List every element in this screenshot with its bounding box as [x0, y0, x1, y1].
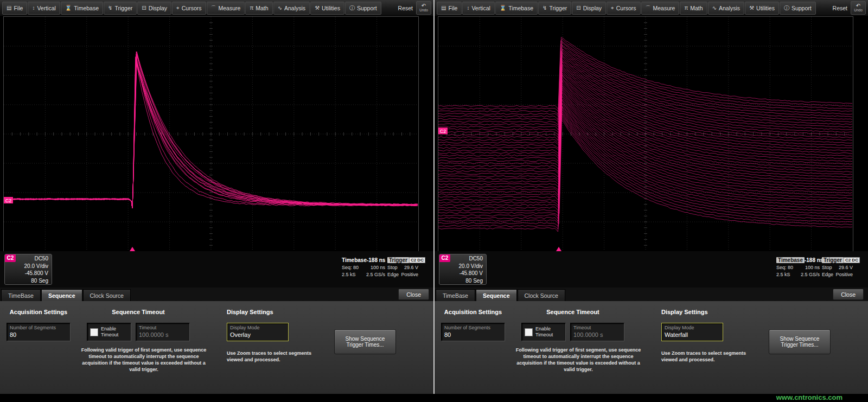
- tab-timebase[interactable]: TimeBase: [436, 289, 475, 301]
- menu-item-cursors[interactable]: ⌖Cursors: [607, 2, 640, 15]
- display-mode-field[interactable]: Display Mode Overlay: [227, 323, 289, 341]
- trigger-position-marker[interactable]: [130, 247, 135, 251]
- display-settings-title: Display Settings: [227, 309, 273, 315]
- enable-timeout-label: Enable Timeout: [101, 326, 128, 338]
- math-icon: π: [250, 5, 253, 11]
- menu-item-label: File: [14, 5, 23, 11]
- menu-item-support[interactable]: ⓘSupport: [345, 2, 381, 15]
- timeout-value: 100.0000 s: [571, 330, 624, 338]
- menu-item-display[interactable]: ⊟Display: [572, 2, 606, 15]
- checkbox-icon[interactable]: [90, 328, 98, 336]
- svg-text:C2: C2: [5, 198, 12, 203]
- menu-item-display[interactable]: ⊟Display: [137, 2, 171, 15]
- display-settings-title: Display Settings: [661, 309, 708, 315]
- menu-item-math[interactable]: πMath: [680, 2, 707, 15]
- cursors-icon: ⌖: [611, 5, 614, 11]
- menu-item-label: Support: [792, 5, 812, 11]
- channel-descriptor-c2[interactable]: C2 DC50 20.0 V/div -45.800 V 80 Seg: [439, 254, 487, 285]
- trigger-descriptor[interactable]: Trigger C2 DC Stop29.6 VEdgePositive: [822, 257, 853, 283]
- menu-item-label: Cursors: [616, 5, 636, 11]
- menu-item-label: Display: [149, 5, 167, 11]
- timeout-field[interactable]: Timeout 100.0000 s: [136, 323, 190, 341]
- close-button[interactable]: Close: [833, 289, 864, 300]
- analysis-icon: ∿: [278, 5, 282, 11]
- close-button[interactable]: Close: [398, 289, 429, 300]
- menu-item-vertical[interactable]: ↕Vertical: [462, 2, 494, 15]
- menu-item-trigger[interactable]: ↯Trigger: [104, 2, 137, 15]
- number-of-segments-field[interactable]: Number of Segments 80: [7, 323, 71, 341]
- waveform-display[interactable]: C2: [438, 16, 853, 252]
- utilities-icon: ⚒: [315, 5, 320, 11]
- tab-sequence[interactable]: Sequence: [476, 289, 517, 301]
- channel-coupling: DC50: [24, 255, 48, 263]
- dialog-tabbar: TimeBase Sequence Clock Source Close: [0, 288, 433, 301]
- menu-item-measure[interactable]: ⌒Measure: [207, 2, 245, 15]
- tab-clock-source[interactable]: Clock Source: [83, 289, 131, 301]
- reset-button[interactable]: Reset: [398, 5, 413, 11]
- timebase-descriptor[interactable]: Timebase -188 ns Seq: 80100 ns2.5 kS2.5 …: [342, 257, 385, 283]
- menu-item-support[interactable]: ⓘSupport: [780, 2, 816, 15]
- channel-descriptor-c2[interactable]: C2 DC50 20.0 V/div -45.800 V 80 Seg: [4, 254, 52, 285]
- support-icon: ⓘ: [349, 4, 355, 12]
- utilities-icon: ⚒: [749, 5, 754, 11]
- trigger-label: Trigger: [387, 257, 409, 263]
- show-sequence-trigger-times-button[interactable]: Show Sequence Trigger Times...: [769, 329, 831, 354]
- timeout-field[interactable]: Timeout 100.0000 s: [570, 323, 624, 341]
- menu-item-label: Trigger: [549, 5, 567, 11]
- tab-sequence[interactable]: Sequence: [41, 289, 82, 301]
- menu-item-label: Cursors: [182, 5, 202, 11]
- info-row: Stop29.6 V: [822, 264, 853, 271]
- channel-marker[interactable]: C2: [4, 197, 13, 203]
- menu-item-cursors[interactable]: ⌖Cursors: [172, 2, 206, 15]
- menu-item-utilities[interactable]: ⚒Utilities: [310, 2, 344, 15]
- menu-item-label: Trigger: [114, 5, 132, 11]
- waveform-display[interactable]: C2: [3, 16, 419, 252]
- display-mode-field[interactable]: Display Mode Waterfall: [661, 323, 723, 341]
- menu-item-utilities[interactable]: ⚒Utilities: [745, 2, 779, 15]
- menu-item-analysis[interactable]: ∿Analysis: [708, 2, 745, 15]
- channel-marker[interactable]: C2: [438, 127, 448, 134]
- enable-timeout-checkbox[interactable]: Enable Timeout: [87, 323, 131, 341]
- timebase-descriptor[interactable]: Timebase -188 ns Seq: 80100 ns2.5 kS2.5 …: [776, 257, 820, 283]
- bottom-strip: [0, 394, 868, 402]
- timebase-value: -188 ns: [805, 257, 823, 263]
- menu-item-vertical[interactable]: ↕Vertical: [28, 2, 60, 15]
- undo-button[interactable]: ↶ Undo: [416, 1, 431, 15]
- menu-item-label: File: [448, 5, 457, 11]
- info-row: Stop29.6 V: [387, 264, 418, 271]
- dialog-tabbar: TimeBase Sequence Clock Source Close: [435, 288, 868, 301]
- trigger-icon: ↯: [542, 5, 547, 11]
- trigger-position-marker[interactable]: [556, 247, 561, 251]
- enable-timeout-label: Enable Timeout: [535, 326, 563, 338]
- menu-item-timebase[interactable]: ⌛Timebase: [495, 2, 538, 15]
- reset-button[interactable]: Reset: [833, 5, 847, 11]
- number-of-segments-field[interactable]: Number of Segments 80: [441, 323, 505, 341]
- menu-item-trigger[interactable]: ↯Trigger: [538, 2, 571, 15]
- menu-right: Reset ↶ Undo: [833, 1, 866, 15]
- checkbox-icon[interactable]: [525, 328, 533, 336]
- show-sequence-trigger-times-button[interactable]: Show Sequence Trigger Times...: [334, 329, 396, 354]
- trigger-descriptor[interactable]: Trigger C2 DC Stop29.6 VEdgePositive: [387, 257, 418, 283]
- menu-item-file[interactable]: ▤File: [437, 2, 462, 15]
- menu-item-label: Vertical: [471, 5, 490, 11]
- enable-timeout-checkbox[interactable]: Enable Timeout: [521, 323, 566, 341]
- watermark: www.cntronics.com: [776, 393, 843, 402]
- file-icon: ▤: [441, 5, 446, 11]
- menu-item-analysis[interactable]: ∿Analysis: [273, 2, 310, 15]
- menu-item-measure[interactable]: ⌒Measure: [641, 2, 680, 15]
- sequence-timeout-title: Sequence Timeout: [521, 309, 624, 315]
- undo-button[interactable]: ↶ Undo: [851, 1, 866, 15]
- dialog-body: Acquisition Settings Number of Segments …: [435, 301, 868, 394]
- tab-timebase[interactable]: TimeBase: [1, 289, 41, 301]
- scope-window-waterfall: ▤File↕Vertical⌛Timebase↯Trigger⊟Display⌖…: [435, 0, 868, 394]
- menu-item-timebase[interactable]: ⌛Timebase: [61, 2, 103, 15]
- waveform-svg: C2: [4, 17, 418, 251]
- menu-item-label: Utilities: [756, 5, 775, 11]
- channel-offset: -45.800 V: [459, 270, 483, 277]
- menu-item-math[interactable]: πMath: [245, 2, 272, 15]
- menu-item-file[interactable]: ▤File: [2, 2, 27, 15]
- tab-clock-source[interactable]: Clock Source: [518, 289, 565, 301]
- display-mode-label: Display Mode: [662, 323, 723, 330]
- menu-item-label: Measure: [219, 5, 241, 11]
- file-icon: ▤: [7, 5, 11, 11]
